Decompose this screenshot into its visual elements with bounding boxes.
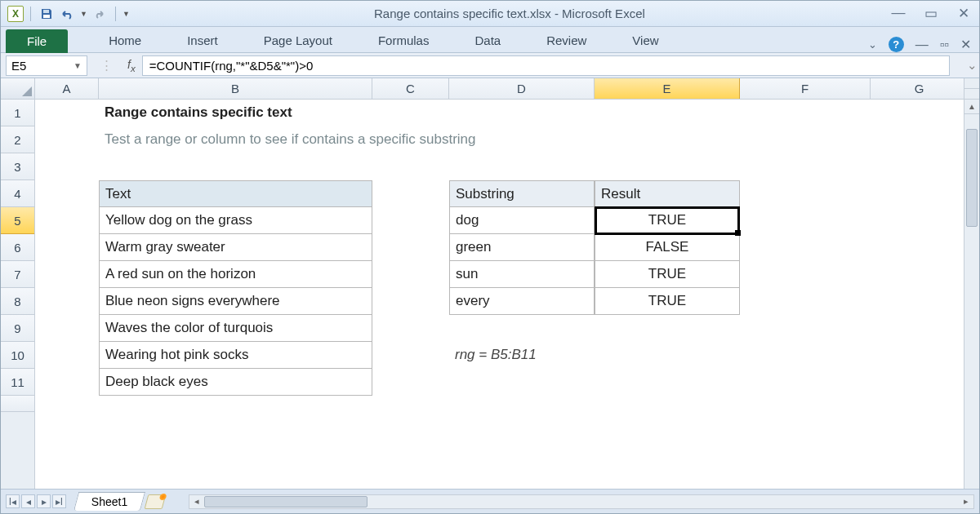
- sheet-tab-label: Sheet1: [91, 495, 127, 508]
- scroll-right-icon[interactable]: ▸: [959, 496, 973, 507]
- namebox-handle-icon[interactable]: ⋮: [100, 58, 113, 73]
- name-box[interactable]: E5 ▼: [6, 55, 87, 76]
- first-sheet-icon[interactable]: I◂: [6, 494, 20, 508]
- row-header[interactable]: 10: [1, 342, 34, 369]
- excel-icon[interactable]: X: [7, 6, 24, 22]
- tab-formulas[interactable]: Formulas: [355, 29, 452, 52]
- col-header[interactable]: C: [372, 78, 449, 99]
- ribbon-restore-icon[interactable]: ▫▫: [940, 38, 949, 52]
- row-header[interactable]: 8: [1, 288, 34, 315]
- col-header[interactable]: E: [595, 78, 740, 99]
- col-header[interactable]: A: [35, 78, 99, 99]
- cell[interactable]: Waves the color of turquois: [99, 315, 372, 342]
- tab-insert[interactable]: Insert: [164, 29, 241, 52]
- chevron-down-icon[interactable]: ▼: [74, 61, 82, 70]
- cell[interactable]: Test a range or column to see if contain…: [99, 126, 372, 153]
- cell[interactable]: Result: [595, 180, 740, 207]
- sheet-tab[interactable]: Sheet1: [74, 492, 146, 511]
- window-title: Range contains specific text.xlsx - Micr…: [130, 7, 889, 20]
- name-box-value: E5: [11, 59, 26, 73]
- file-tab[interactable]: File: [6, 29, 68, 53]
- cell[interactable]: Blue neon signs everywhere: [99, 288, 372, 315]
- vertical-scrollbar[interactable]: ▲: [964, 100, 979, 489]
- last-sheet-icon[interactable]: ▸I: [52, 494, 66, 508]
- cell[interactable]: TRUE: [595, 261, 740, 288]
- row-header[interactable]: 3: [1, 153, 34, 180]
- cell[interactable]: Deep black eyes: [99, 369, 372, 396]
- row-header[interactable]: 4: [1, 180, 34, 207]
- tab-view[interactable]: View: [609, 29, 681, 52]
- cell[interactable]: Substring: [449, 180, 595, 207]
- cell[interactable]: Text: [99, 180, 372, 207]
- svg-rect-1: [43, 15, 50, 18]
- title-bar: X ▼ ▼ Range contains specific text.xlsx …: [1, 1, 979, 27]
- scroll-left-icon[interactable]: ◂: [189, 496, 204, 507]
- save-icon[interactable]: [38, 5, 56, 23]
- select-all-corner[interactable]: [1, 78, 34, 100]
- cell[interactable]: Yellow dog on the grass: [99, 207, 372, 234]
- row-header[interactable]: 9: [1, 315, 34, 342]
- undo-icon[interactable]: [59, 5, 77, 23]
- help-icon[interactable]: ?: [889, 37, 904, 52]
- vertical-split-handle[interactable]: [964, 78, 979, 100]
- cell[interactable]: rng = B5:B11: [449, 342, 595, 369]
- ribbon-minimize-icon[interactable]: —: [915, 38, 929, 52]
- maximize-icon[interactable]: ▭: [922, 5, 940, 22]
- row-headers: 1 2 3 4 5 6 7 8 9 10 11: [1, 78, 35, 489]
- col-header[interactable]: G: [871, 78, 969, 99]
- cell[interactable]: dog: [449, 207, 595, 234]
- formula-bar: E5 ▼ ⋮ fx =COUNTIF(rng,"*"&D5&"*")>0 ⌄: [1, 53, 979, 78]
- cell[interactable]: Range contains specific text: [99, 100, 372, 126]
- row-header[interactable]: [1, 396, 34, 412]
- redo-icon[interactable]: [91, 5, 109, 23]
- cell[interactable]: A red sun on the horizon: [99, 261, 372, 288]
- cell[interactable]: TRUE: [595, 288, 740, 315]
- svg-rect-0: [43, 10, 49, 13]
- sheet-tab-bar: I◂ ◂ ▸ ▸I Sheet1 ◂ ▸: [1, 489, 979, 513]
- prev-sheet-icon[interactable]: ◂: [21, 494, 35, 508]
- minimize-icon[interactable]: —: [889, 5, 907, 22]
- ribbon-tabs: File Home Insert Page Layout Formulas Da…: [1, 27, 979, 53]
- row-header[interactable]: 7: [1, 261, 34, 288]
- quick-access-toolbar: X ▼ ▼: [7, 5, 130, 23]
- tab-data[interactable]: Data: [452, 29, 523, 52]
- horizontal-scrollbar[interactable]: ◂ ▸: [189, 494, 974, 509]
- scroll-thumb[interactable]: [204, 496, 368, 507]
- row-header[interactable]: 6: [1, 234, 34, 261]
- col-header[interactable]: B: [99, 78, 372, 99]
- cell[interactable]: FALSE: [595, 234, 740, 261]
- formula-text: =COUNTIF(rng,"*"&D5&"*")>0: [149, 59, 314, 73]
- grid[interactable]: Range contains specific text Test a rang…: [35, 100, 979, 412]
- cell[interactable]: sun: [449, 261, 595, 288]
- cell[interactable]: Warm gray sweater: [99, 234, 372, 261]
- scroll-thumb[interactable]: [966, 129, 978, 227]
- column-headers: A B C D E F G: [35, 78, 979, 100]
- row-header[interactable]: 5: [1, 207, 34, 234]
- col-header[interactable]: F: [740, 78, 871, 99]
- cell[interactable]: TRUE: [595, 207, 740, 234]
- cell[interactable]: green: [449, 234, 595, 261]
- tab-home[interactable]: Home: [86, 29, 164, 52]
- fx-icon[interactable]: fx: [121, 58, 142, 73]
- new-sheet-icon[interactable]: [145, 494, 167, 509]
- close-icon[interactable]: ✕: [955, 5, 973, 22]
- tab-review[interactable]: Review: [523, 29, 609, 52]
- scroll-up-icon[interactable]: ▲: [964, 100, 979, 114]
- row-header[interactable]: 1: [1, 100, 34, 126]
- row-header[interactable]: 11: [1, 369, 34, 396]
- tab-page-layout[interactable]: Page Layout: [241, 29, 355, 52]
- col-header[interactable]: D: [449, 78, 595, 99]
- ribbon-close-icon[interactable]: ✕: [960, 37, 971, 52]
- cell[interactable]: every: [449, 288, 595, 315]
- cell[interactable]: Wearing hot pink socks: [99, 342, 372, 369]
- row-header[interactable]: 2: [1, 126, 34, 153]
- next-sheet-icon[interactable]: ▸: [37, 494, 51, 508]
- formula-expand-icon[interactable]: ⌄: [964, 58, 979, 73]
- ribbon-options-icon[interactable]: ⌄: [868, 38, 877, 51]
- formula-input[interactable]: =COUNTIF(rng,"*"&D5&"*")>0: [142, 55, 950, 76]
